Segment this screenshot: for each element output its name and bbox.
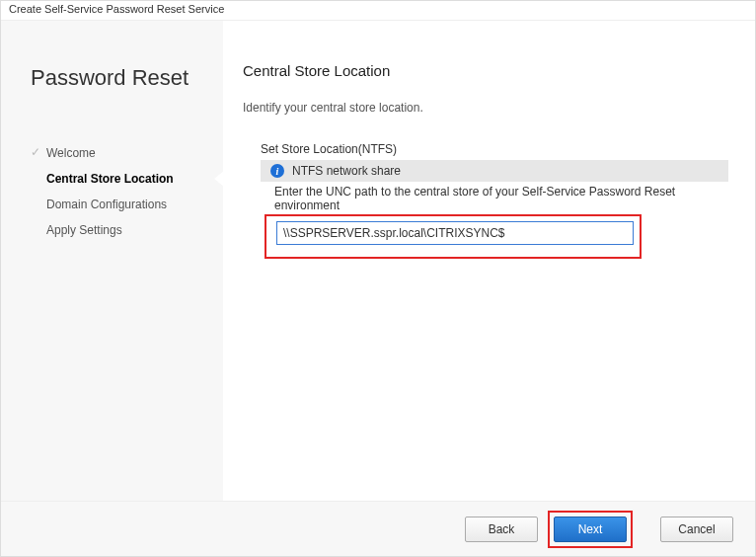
step-welcome[interactable]: ✓ Welcome (31, 140, 223, 166)
share-type-label: NTFS network share (292, 164, 401, 178)
step-central-store-location[interactable]: Central Store Location (31, 166, 223, 192)
highlight-annotation (265, 214, 642, 259)
check-icon: ✓ (31, 146, 40, 158)
step-apply-settings[interactable]: Apply Settings (31, 217, 223, 243)
page-title: Central Store Location (243, 62, 730, 79)
back-button[interactable]: Back (465, 517, 538, 542)
unc-path-hint: Enter the UNC path to the central store … (274, 185, 730, 212)
step-domain-configurations[interactable]: Domain Configurations (31, 192, 223, 217)
info-icon: i (270, 164, 284, 178)
wizard-heading: Password Reset (31, 65, 223, 91)
step-label: Domain Configurations (46, 198, 167, 211)
main-panel: Central Store Location Identify your cen… (223, 21, 755, 501)
window-title: Create Self-Service Password Reset Servi… (1, 1, 755, 21)
content-row: Password Reset ✓ Welcome Central Store L… (1, 21, 755, 501)
unc-path-input[interactable] (276, 221, 634, 245)
step-label: Apply Settings (46, 223, 122, 237)
wizard-window: Create Self-Service Password Reset Servi… (0, 0, 756, 557)
highlight-annotation-next: Next (548, 511, 633, 548)
step-label: Welcome (46, 146, 96, 160)
step-label: Central Store Location (46, 172, 174, 186)
next-button[interactable]: Next (554, 517, 627, 542)
step-list: ✓ Welcome Central Store Location Domain … (31, 140, 223, 243)
share-type-bar: i NTFS network share (261, 160, 728, 182)
instruction-text: Identify your central store location. (243, 101, 730, 115)
wizard-body: Password Reset ✓ Welcome Central Store L… (1, 21, 755, 556)
cancel-button[interactable]: Cancel (660, 517, 733, 542)
sidebar: Password Reset ✓ Welcome Central Store L… (1, 21, 223, 501)
footer: Back Next Cancel (1, 501, 755, 556)
section-subheading: Set Store Location(NTFS) (261, 142, 730, 156)
